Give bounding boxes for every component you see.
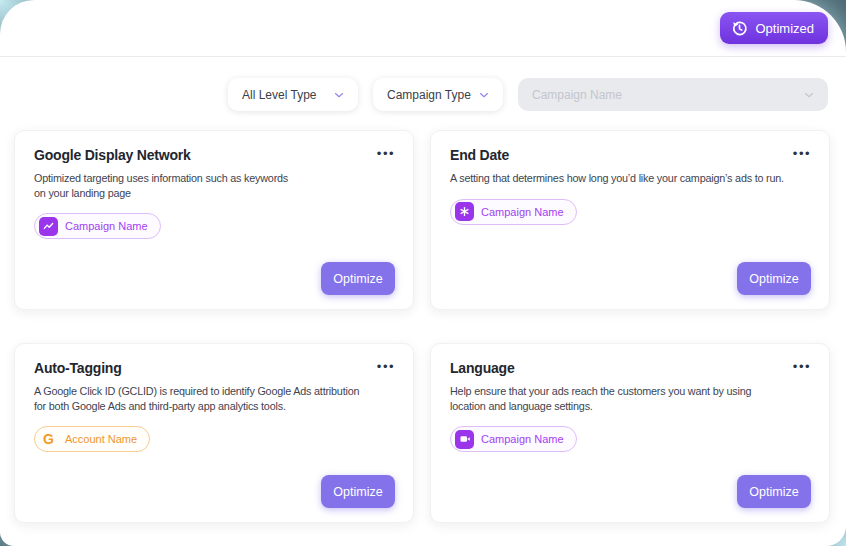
- campaign-type-value: Campaign Type: [387, 88, 471, 102]
- optimize-button[interactable]: Optimize: [737, 262, 811, 295]
- card-title: Google Display Network: [34, 147, 191, 163]
- card-title: Language: [450, 360, 515, 376]
- top-bar: Optimized: [0, 0, 846, 57]
- tag-label: Campaign Name: [481, 206, 564, 218]
- asterisk-icon: [455, 202, 474, 221]
- card-language: Language Help ensure that your ads reach…: [430, 343, 830, 523]
- tag-label: Campaign Name: [481, 433, 564, 445]
- optimize-button[interactable]: Optimize: [321, 475, 395, 508]
- cards-grid: Google Display Network Optimized targeti…: [14, 130, 830, 523]
- video-camera-icon: [455, 430, 474, 449]
- main-panel: Optimized All Level Type Campaign Type C…: [0, 0, 846, 546]
- campaign-name-tag[interactable]: Campaign Name: [450, 199, 577, 225]
- tag-label: Campaign Name: [65, 220, 148, 232]
- card-description: A setting that determines how long you’d…: [450, 171, 811, 186]
- level-type-select[interactable]: All Level Type: [228, 78, 358, 111]
- tag-label: Account Name: [65, 433, 137, 445]
- card-description: Optimized targeting uses information suc…: [34, 171, 395, 200]
- more-menu-icon[interactable]: [371, 147, 395, 161]
- campaign-name-select: Campaign Name: [518, 78, 828, 111]
- card-description: Help ensure that your ads reach the cust…: [450, 384, 811, 413]
- card-end-date: End Date A setting that determines how l…: [430, 130, 830, 310]
- card-auto-tagging: Auto-Tagging A Google Click ID (GCLID) i…: [14, 343, 414, 523]
- filter-row: All Level Type Campaign Type Campaign Na…: [0, 78, 846, 111]
- optimized-button[interactable]: Optimized: [720, 12, 828, 44]
- card-title: Auto-Tagging: [34, 360, 122, 376]
- card-title: End Date: [450, 147, 509, 163]
- chevron-down-icon: [477, 88, 491, 102]
- optimize-button[interactable]: Optimize: [737, 475, 811, 508]
- level-type-value: All Level Type: [242, 88, 317, 102]
- page-backdrop: Optimized All Level Type Campaign Type C…: [0, 0, 846, 546]
- history-clock-icon: [731, 20, 748, 37]
- optimized-button-label: Optimized: [755, 21, 814, 36]
- campaign-name-tag[interactable]: Campaign Name: [450, 426, 577, 452]
- more-menu-icon[interactable]: [787, 360, 811, 374]
- chevron-down-icon: [802, 88, 816, 102]
- campaign-name-tag[interactable]: Campaign Name: [34, 213, 161, 239]
- card-google-display-network: Google Display Network Optimized targeti…: [14, 130, 414, 310]
- line-chart-icon: [39, 217, 58, 236]
- chevron-down-icon: [332, 88, 346, 102]
- google-g-icon: G: [39, 431, 58, 447]
- more-menu-icon[interactable]: [787, 147, 811, 161]
- campaign-type-select[interactable]: Campaign Type: [373, 78, 503, 111]
- more-menu-icon[interactable]: [371, 360, 395, 374]
- card-description: A Google Click ID (GCLID) is required to…: [34, 384, 395, 413]
- optimize-button[interactable]: Optimize: [321, 262, 395, 295]
- account-name-tag[interactable]: G Account Name: [34, 426, 150, 452]
- campaign-name-placeholder: Campaign Name: [532, 88, 622, 102]
